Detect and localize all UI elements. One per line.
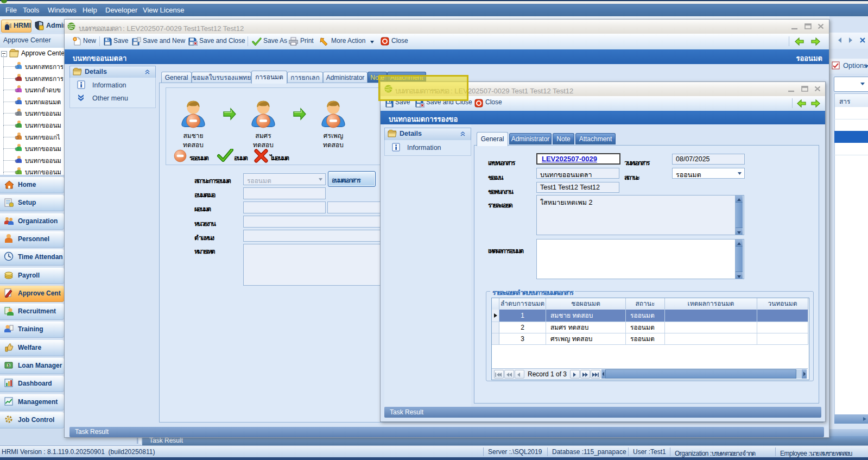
svg-text:$: $ — [8, 363, 10, 368]
